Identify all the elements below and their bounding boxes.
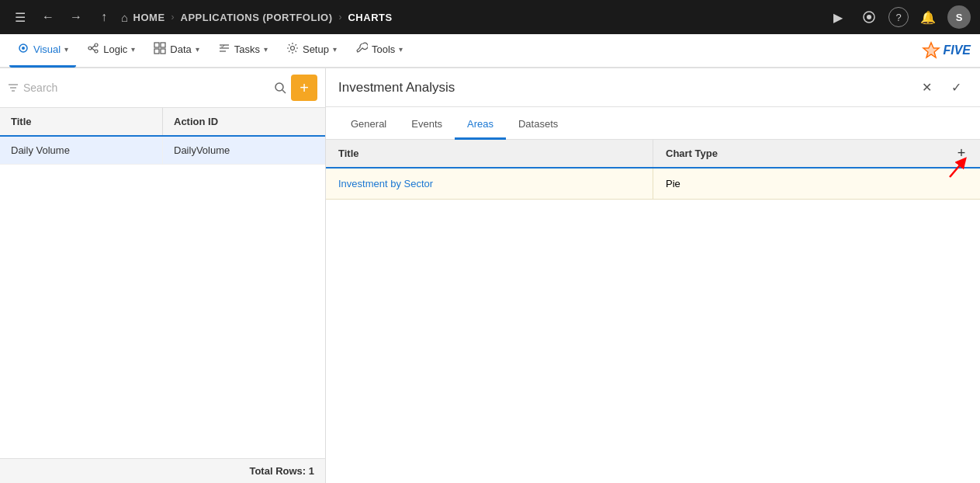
content-add-button[interactable]: + [951,143,972,165]
panel-header-actions: ✕ ✓ [915,76,968,99]
breadcrumb-home-label: HOME [133,12,165,23]
menu-logic-label: Logic [103,43,127,55]
main-layout: + Title Action ID Daily Volume DailyVolu… [0,68,980,483]
menu-setup-label: Setup [303,43,329,55]
setup-icon [286,42,299,57]
close-button[interactable]: ✕ [915,76,938,99]
menu-tools[interactable]: Tools ▾ [348,33,410,68]
left-table-footer: Total Rows: 1 [0,458,325,483]
menu-visual-label: Visual [33,43,61,55]
left-table-header: Title Action ID [0,108,325,137]
content-chart-type-cell: Pie [653,169,980,199]
svg-rect-10 [161,43,165,47]
search-bar: + [0,68,325,108]
menu-visual[interactable]: Visual ▾ [9,33,76,68]
svg-point-16 [290,47,294,50]
svg-line-8 [92,48,95,50]
menu-data[interactable]: Data ▾ [146,33,206,68]
home-icon: ⌂ [121,11,129,24]
menu-data-label: Data [170,43,191,55]
menu-icon[interactable]: ☰ [9,6,31,28]
right-panel: Investment Analysis ✕ ✓ General Events A… [326,68,980,483]
menu-logic[interactable]: Logic ▾ [79,33,143,68]
content-table-header: Title Chart Type + [326,140,980,169]
logic-dropdown-icon: ▾ [131,45,135,54]
breadcrumb-home[interactable]: ⌂ HOME [121,11,165,24]
breadcrumb-arrow-2: › [338,12,341,23]
content-col-title-header: Title [326,140,653,167]
forward-button[interactable]: → [65,6,87,28]
play-button[interactable]: ▶ [826,5,850,29]
bell-button[interactable]: 🔔 [916,5,940,29]
menu-tools-label: Tools [372,43,395,55]
breadcrumb-charts-label: CHARTS [348,12,392,23]
breadcrumb-applications[interactable]: APPLICATIONS (PORTFOLIO) [181,12,333,23]
content-row[interactable]: Investment by Sector Pie [326,169,980,200]
search-input[interactable] [23,82,270,94]
svg-rect-9 [154,43,159,47]
left-panel: + Title Action ID Daily Volume DailyVolu… [0,68,326,483]
svg-rect-11 [154,49,159,54]
logic-icon [87,42,99,57]
content-col-chart-header: Chart Type [653,140,980,167]
confirm-button[interactable]: ✓ [944,76,968,99]
visual-dropdown-icon: ▾ [64,45,68,54]
svg-point-1 [867,15,871,19]
five-logo-icon [922,41,940,60]
five-logo-text: FIVE [943,43,971,57]
svg-point-4 [88,47,92,50]
add-chart-button[interactable]: + [291,75,317,101]
col-title-header: Title [0,108,163,135]
tools-dropdown-icon: ▾ [399,45,403,54]
top-nav: ☰ ← → ↑ ⌂ HOME › APPLICATIONS (PORTFOLIO… [0,0,980,34]
help-button[interactable]: ? [888,7,909,27]
tab-general[interactable]: General [338,110,399,140]
chat-button[interactable] [857,5,881,29]
data-dropdown-icon: ▾ [196,45,199,54]
content-title-cell: Investment by Sector [326,169,653,199]
data-icon [154,42,166,57]
tab-datasets[interactable]: Datasets [506,110,570,140]
breadcrumb-applications-label: APPLICATIONS (PORTFOLIO) [181,12,333,23]
tab-areas[interactable]: Areas [455,110,506,140]
setup-dropdown-icon: ▾ [333,45,337,54]
row-action-id-cell: DailyVolume [163,137,325,164]
breadcrumb-charts[interactable]: CHARTS [348,12,392,23]
visual-icon [17,42,29,57]
search-button[interactable] [275,82,286,94]
panel-header: Investment Analysis ✕ ✓ [326,68,980,107]
tasks-icon [218,42,230,57]
content-table-body: Investment by Sector Pie [326,169,980,200]
filter-icon[interactable] [8,82,19,93]
svg-line-23 [282,90,286,93]
tabs-bar: General Events Areas Datasets [326,107,980,140]
panel-title: Investment Analysis [338,80,915,96]
menu-setup[interactable]: Setup ▾ [279,33,345,68]
svg-line-7 [92,46,95,48]
left-table-body: Daily Volume DailyVolume [0,137,325,458]
col-action-id-header: Action ID [163,108,325,135]
user-avatar[interactable]: S [947,5,971,29]
menu-bar: Visual ▾ Logic ▾ Data ▾ Tasks ▾ Setup ▾ [0,34,980,68]
row-title-cell: Daily Volume [0,137,163,164]
total-rows-label: Total Rows: 1 [249,465,314,477]
menu-tasks-label: Tasks [234,43,260,55]
content-area: Title Chart Type + [326,140,980,483]
menu-tasks[interactable]: Tasks ▾ [210,33,275,68]
table-row[interactable]: Daily Volume DailyVolume [0,137,325,165]
svg-point-6 [95,50,98,53]
back-button[interactable]: ← [37,6,59,28]
svg-point-5 [95,43,98,47]
breadcrumb-arrow-1: › [171,12,175,23]
svg-point-3 [22,47,25,50]
up-button[interactable]: ↑ [93,6,115,28]
svg-rect-12 [161,49,165,54]
tab-events[interactable]: Events [399,110,455,140]
tools-icon [355,42,368,57]
nav-actions: ▶ ? 🔔 S [826,5,971,29]
tasks-dropdown-icon: ▾ [264,45,268,54]
five-logo: FIVE [922,41,971,60]
svg-point-22 [275,83,283,91]
